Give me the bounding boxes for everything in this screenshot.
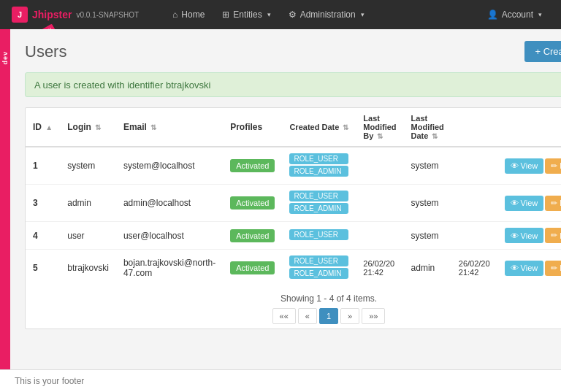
users-table: ID ▲ Login ⇅ Email ⇅ Profiles [26,108,561,286]
cell-email: system@localhost [116,147,223,185]
eye-icon: 👁 [511,231,519,240]
create-user-button[interactable]: + Create a new User [524,41,561,62]
cell-login: system [60,147,116,185]
nav-entities-label: Entities [233,9,262,20]
cell-last-modified-date [451,222,497,250]
brand-logo: J [12,7,28,23]
action-group: 👁 View ✏ Edit ✕ Delete [505,196,561,211]
nav-entities[interactable]: Entities ▾ [215,5,278,24]
cell-actions: 👁 View ✏ Edit ✕ Delete [497,185,561,222]
activated-badge: Activated [230,261,275,274]
cell-profiles: ROLE_USERROLE_ADMIN [282,185,356,222]
cell-activated: Activated [223,185,282,222]
cell-login: btrajkovski [60,250,116,287]
alert-message: A user is created with identifier btrajk… [34,80,210,91]
activated-badge: Activated [230,196,275,210]
cell-created-date: 26/02/20 21:42 [356,250,403,287]
col-last-modified-by[interactable]: LastModifiedBy ⇅ [356,108,403,147]
view-button[interactable]: 👁 View [505,196,544,211]
action-group: 👁 View ✏ Edit ✕ Delete [505,158,561,174]
cell-activated: Activated [223,147,282,185]
footer-text: This is your footer [15,376,84,386]
table-row: 1 system system@localhost Activated ROLE… [26,147,561,185]
col-last-modified-date[interactable]: LastModifiedDate ⇅ [404,108,451,147]
pagination-prev[interactable]: « [298,308,317,324]
role-badge: ROLE_USER [289,153,348,164]
cell-login: user [60,222,116,250]
edit-icon: ✏ [551,199,557,208]
pagination-first[interactable]: «« [272,308,296,324]
modified-by-sort-icon: ⇅ [377,132,383,140]
cell-profiles: ROLE_USERROLE_ADMIN [282,147,356,185]
cell-activated: Activated [223,250,282,287]
page-wrapper: dev Users + Create a new User A user is … [0,29,561,369]
nav-home-label: Home [181,9,205,20]
edit-button[interactable]: ✏ Edit [545,158,561,174]
activated-badge: Activated [230,159,275,172]
edit-button[interactable]: ✏ Edit [545,261,561,276]
grid-icon [222,9,229,20]
edit-button[interactable]: ✏ Edit [545,196,561,211]
edit-icon: ✏ [551,264,557,273]
view-button[interactable]: 👁 View [505,158,544,174]
cell-id: 3 [26,185,60,222]
nav-right: Account ▾ [480,5,549,24]
edit-button[interactable]: ✏ Edit [545,228,561,243]
col-created-date[interactable]: Created Date ⇅ [282,108,356,147]
modified-date-sort-icon: ⇅ [432,132,438,140]
pagination-last[interactable]: »» [362,308,385,324]
cell-actions: 👁 View ✏ Edit ✕ Delete [497,147,561,185]
edit-icon: ✏ [551,231,557,240]
table-row: 4 user user@localhost Activated ROLE_USE… [26,222,561,250]
cell-last-modified-by: system [404,185,451,222]
col-email[interactable]: Email ⇅ [116,108,223,147]
col-id[interactable]: ID ▲ [26,108,60,147]
users-table-container: ID ▲ Login ⇅ Email ⇅ Profiles [25,107,561,329]
navbar: J Jhipster v0.0.1-SNAPSHOT dev Home Enti… [0,0,561,29]
cell-last-modified-date: 26/02/20 21:42 [451,250,497,287]
cell-actions: 👁 View ✏ Edit ✕ Delete [497,250,561,287]
brand-name: Jhipster [32,9,72,20]
table-row: 3 admin admin@localhost Activated ROLE_U… [26,185,561,222]
nav-links: Home Entities ▾ Administration ▾ [165,5,480,24]
page-title: Users [25,42,66,61]
eye-icon: 👁 [511,161,519,170]
cell-last-modified-by: system [404,222,451,250]
role-badge: ROLE_ADMIN [289,203,348,214]
edit-icon: ✏ [551,161,557,171]
pagination-section: Showing 1 - 4 of 4 items. «« « 1 » »» [26,286,561,328]
col-login[interactable]: Login ⇅ [60,108,116,147]
created-sort-icon: ⇅ [343,123,348,131]
eye-icon: 👁 [511,264,519,272]
eye-icon: 👁 [511,199,519,207]
action-group: 👁 View ✏ Edit ✕ Delete [505,228,561,243]
table-header-row: ID ▲ Login ⇅ Email ⇅ Profiles [26,108,561,147]
role-badge: ROLE_USER [289,229,348,240]
brand-link[interactable]: J Jhipster v0.0.1-SNAPSHOT [12,7,139,23]
nav-account[interactable]: Account ▾ [480,5,549,24]
cell-id: 4 [26,222,60,250]
cell-last-modified-by: admin [404,250,451,287]
pagination-current[interactable]: 1 [319,308,338,324]
admin-icon [289,9,297,20]
nav-administration[interactable]: Administration ▾ [281,5,372,24]
cell-created-date [356,222,403,250]
cell-login: admin [60,185,116,222]
entities-dropdown-arrow: ▾ [267,11,271,18]
id-sort-icon: ▲ [45,123,53,131]
page-header: Users + Create a new User [25,41,561,62]
pagination-next[interactable]: » [340,308,359,324]
activated-badge: Activated [230,229,275,242]
cell-profiles: ROLE_USER [282,222,356,250]
pagination-controls: «« « 1 » »» [26,308,561,324]
cell-activated: Activated [223,222,282,250]
view-button[interactable]: 👁 View [505,228,544,243]
role-badge: ROLE_ADMIN [289,268,348,279]
nav-home[interactable]: Home [165,5,212,24]
brand-version: v0.0.1-SNAPSHOT [76,11,139,19]
nav-administration-label: Administration [300,9,356,20]
view-button[interactable]: 👁 View [505,261,544,276]
dev-stripe-text: dev [1,51,9,65]
home-icon [172,9,178,20]
cell-last-modified-by: system [404,147,451,185]
